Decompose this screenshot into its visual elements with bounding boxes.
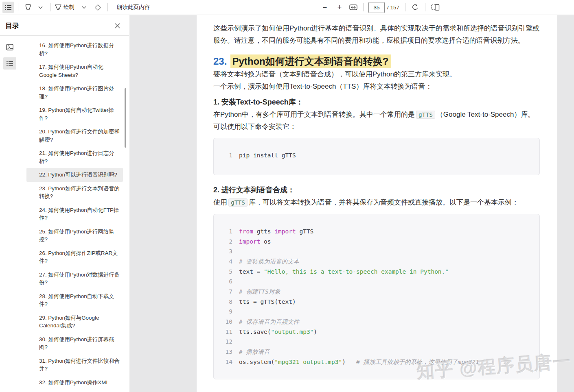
paragraph: 一个示例，演示如何使用Text-to-Speech（TTS）库将文本转换为语音： [213, 81, 540, 93]
highlighter-button[interactable] [22, 2, 34, 13]
code-line: 1pip install gTTS [224, 150, 529, 161]
code-line: 7# 创建TTS对象 [224, 287, 529, 297]
code-line: 2import os [224, 237, 529, 247]
paragraph-text: 使用 [213, 198, 227, 206]
toolbar-divider [107, 3, 108, 11]
toc-item[interactable]: 17. 如何使用Python自动化Google Sheets? [26, 60, 123, 82]
code-line: 1from gtts import gTTS [224, 226, 529, 237]
read-aloud-button[interactable]: 朗读此页内容 [112, 2, 155, 13]
toc-item[interactable]: 29. Python如何与Google Calendar集成? [26, 311, 123, 333]
toolbar-right-group: − + / 157 [318, 0, 441, 15]
image-thumbnails-icon [6, 44, 13, 50]
toc-item[interactable]: 31. Python如何进行文件比较和合并? [26, 354, 123, 376]
code-line: 9 [224, 307, 529, 317]
intro-paragraph: 这些示例演示了如何使用Python进行基本的语音识别。具体的实现取决于的需求和所… [213, 22, 540, 46]
subheading-synthesis: 2. 进行文本到语音合成： [213, 184, 540, 196]
toc-item[interactable]: 27. 如何使用Python对数据进行备份? [26, 268, 123, 290]
paragraph-with-inline-code: 在Python中，有多个库可用于文本到语音转换。其中一个常用的是gTTS（Goo… [213, 109, 540, 133]
toolbar-divider [363, 3, 364, 11]
code-line: 12 [224, 337, 529, 347]
chevron-down-icon [38, 6, 43, 9]
outline-list-icon [7, 61, 13, 67]
code-line: 8tts = gTTS(text) [224, 297, 529, 307]
toc-item[interactable]: 23. Python如何进行文本到语音的转换? [26, 182, 123, 203]
toc-item[interactable]: 32. 如何使用Python操作XML [26, 376, 123, 390]
toc-item[interactable]: 28. 如何使用Python自动下载文件? [26, 290, 123, 311]
code-line: 5text = "Hello, this is a text-to-speech… [224, 267, 529, 277]
draw-button-label: 绘制 [62, 4, 76, 11]
toc-item[interactable]: 16. 如何使用Python进行数据分析? [26, 39, 123, 60]
toc-item[interactable]: 26. Python如何操作ZIP或RAR文件? [26, 246, 123, 268]
toc-item[interactable]: 22. Python可以进行语音识别吗? [26, 168, 123, 182]
close-icon [115, 23, 120, 28]
toolbar-divider [50, 3, 50, 11]
code-line: 10# 保存语音为音频文件 [224, 317, 529, 327]
highlighter-icon [24, 4, 32, 11]
toc-sidebar: 目录 16. 如何使用Python进行数据分析?17. 如何使用Py [0, 15, 129, 392]
sidebar-scrollbar-thumb[interactable] [125, 88, 126, 148]
code-line: 11tts.save("output.mp3") [224, 327, 529, 337]
rotate-button[interactable] [410, 2, 421, 13]
toc-item[interactable]: 20. Python如何进行文件的加密和解密? [26, 125, 123, 146]
toc-item[interactable]: 21. 如何使用Python进行日志分析? [26, 146, 123, 168]
sidebar-close-button[interactable] [112, 20, 123, 31]
toc-panel-button[interactable] [3, 57, 16, 70]
eraser-button[interactable] [92, 2, 103, 13]
pdf-viewer-area[interactable]: 这些示例演示了如何使用Python进行基本的语音识别。具体的实现取决于的需求和所… [130, 15, 574, 392]
toc-panel-toggle-button[interactable] [2, 2, 14, 13]
code-line: 4# 要转换为语音的文本 [224, 257, 529, 267]
toc-item[interactable]: 25. 如何使用Python进行网络监控? [26, 225, 123, 246]
read-aloud-label: 朗读此页内容 [115, 4, 151, 11]
page-number-input[interactable] [368, 2, 385, 13]
page-view-button[interactable] [429, 2, 441, 13]
zoom-out-button[interactable]: − [318, 2, 331, 13]
page-content: 这些示例演示了如何使用Python进行基本的语音识别。具体的实现取决于的需求和所… [197, 15, 557, 379]
subheading-install: 1. 安装Text-to-Speech库： [213, 96, 540, 109]
toc-item[interactable]: 30. 如何使用Python进行屏幕截图? [26, 333, 123, 354]
eraser-icon [94, 4, 101, 11]
toolbar-divider [18, 3, 18, 11]
paragraph-with-inline-code: 使用gTTS库，可以将文本转换为语音，并将其保存为音频文件或直接播放。以下是一个… [213, 196, 540, 209]
paragraph-text: 在Python中，有多个库可用于文本到语音转换。其中一个常用的是 [213, 111, 415, 118]
toc-item[interactable]: 18. 如何使用Python进行图片处理? [26, 82, 123, 103]
toolbar-divider [405, 3, 405, 11]
chevron-down-icon [82, 6, 86, 9]
heading-number: 23. [213, 54, 227, 68]
pdf-page: 这些示例演示了如何使用Python进行基本的语音识别。具体的实现取决于的需求和所… [197, 15, 557, 392]
highlighter-dropdown-button[interactable] [35, 2, 46, 13]
draw-button[interactable]: 绘制 [55, 2, 86, 13]
thumbnails-panel-button[interactable] [3, 41, 16, 53]
paragraph: 要将文本转换为语音（文本到语音合成），可以使用Python的第三方库来实现。 [213, 68, 540, 81]
page-layout-icon [431, 4, 440, 11]
pdf-toolbar: 绘制 朗读此页内容 − + / 157 [0, 0, 574, 15]
pen-nib-icon [55, 4, 62, 11]
code-line: 6 [224, 277, 529, 287]
heading-highlighted-text: Python如何进行文本到语音的转换? [230, 54, 391, 68]
table-of-contents-icon [5, 4, 12, 11]
fit-to-width-button[interactable] [348, 2, 359, 13]
toolbar-divider [425, 3, 425, 11]
page-total-label: / 157 [387, 4, 399, 11]
sidebar-title: 目录 [5, 21, 19, 30]
zoom-in-button[interactable]: + [333, 2, 346, 13]
sidebar-rail [3, 41, 19, 70]
fit-width-icon [349, 4, 357, 10]
sidebar-header: 目录 [0, 15, 129, 36]
section-heading: 23. Python如何进行文本到语音的转换? [213, 54, 540, 68]
toc-item[interactable]: 19. Python如何自动化Twitter操作? [26, 103, 123, 125]
code-line: 3 [224, 246, 529, 257]
toc-item[interactable]: 24. 如何使用Python自动化FTP操作? [26, 203, 123, 225]
toolbar-left-group: 绘制 朗读此页内容 [2, 0, 155, 15]
rotate-icon [412, 4, 419, 11]
inline-code-gtts: gTTS [416, 111, 435, 119]
toc-list: 16. 如何使用Python进行数据分析?17. 如何使用Python自动化Go… [26, 39, 123, 389]
inline-code-gtts: gTTS [228, 198, 248, 207]
code-block-install: 1pip install gTTS [213, 138, 540, 176]
paragraph-text: 库，可以将文本转换为语音，并将其保存为音频文件或直接播放。以下是一个基本示例： [249, 198, 519, 206]
